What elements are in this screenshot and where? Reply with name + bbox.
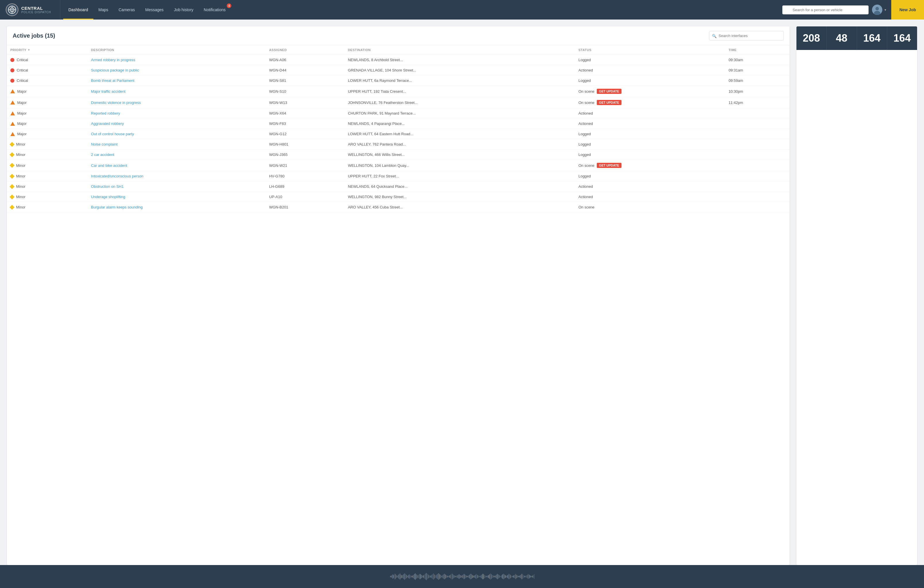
job-description-link[interactable]: Aggravated robbery — [91, 122, 124, 126]
table-row: Major Reported robbery WGN-X64 CHURTON P… — [7, 108, 790, 119]
jobs-table: PRIORITY ▼ DESCRIPTION ASSIGNED DESTINAT… — [7, 45, 790, 212]
job-description-link[interactable]: Intoxicated/unconscious person — [91, 174, 144, 178]
search-jobs-wrapper: 🔍 — [709, 31, 784, 41]
job-description-link[interactable]: Armed robbery in progress — [91, 58, 135, 62]
stats-body — [797, 50, 917, 565]
th-destination: DESTINATION — [345, 45, 575, 55]
job-description-link[interactable]: Underage shoplifting — [91, 195, 125, 199]
description-cell: 2 car accident — [87, 150, 266, 160]
th-time: TIME — [725, 45, 790, 55]
table-row: Major Out of control house party WGN-G12… — [7, 129, 790, 139]
priority-label: Critical — [16, 58, 28, 62]
get-update-button[interactable]: GET UPDATE — [597, 100, 622, 105]
chevron-down-icon: ▼ — [884, 8, 887, 12]
job-description-link[interactable]: Obstruction on SH1 — [91, 184, 124, 189]
priority-label: Minor — [16, 205, 26, 209]
stat-number-3: 164 — [894, 32, 911, 44]
nav-item-maps[interactable]: Maps — [93, 0, 114, 20]
status-cell: Logged — [575, 171, 725, 181]
job-description-link[interactable]: Reported robbery — [91, 111, 120, 115]
table-row: Critical Bomb threat at Parliament WGN-S… — [7, 76, 790, 86]
stat-cell-1: 48 — [827, 26, 857, 50]
time-cell — [725, 192, 790, 202]
priority-cell: Major — [7, 129, 87, 139]
priority-cell: Critical — [7, 65, 87, 76]
job-description-link[interactable]: Car and bike accident — [91, 163, 127, 168]
assigned-cell: HV-G780 — [266, 171, 345, 181]
priority-cell: Minor — [7, 139, 87, 150]
priority-label: Minor — [16, 174, 26, 178]
nav-item-dashboard[interactable]: Dashboard — [63, 0, 93, 20]
sort-icon: ▼ — [28, 49, 30, 51]
job-description-link[interactable]: Suspicious package in public — [91, 68, 139, 72]
nav-item-job-history[interactable]: Job history — [169, 0, 198, 20]
priority-label: Major — [17, 100, 27, 105]
notification-badge: 4 — [227, 3, 231, 8]
description-cell: Armed robbery in progress — [87, 55, 266, 65]
time-cell: 09:30am — [725, 55, 790, 65]
job-description-link[interactable]: Major traffic accident — [91, 89, 125, 94]
description-cell: Bomb threat at Parliament — [87, 76, 266, 86]
destination-cell: LOWER HUTT, 64 Eastern Hutt Road... — [345, 129, 575, 139]
avatar-wrapper[interactable]: ▼ — [872, 5, 887, 15]
job-description-link[interactable]: Bomb threat at Parliament — [91, 78, 134, 83]
search-jobs-input[interactable] — [709, 31, 784, 41]
jobs-panel: Active jobs (15) 🔍 PRIORITY ▼ DESCRIPTIO… — [7, 26, 790, 565]
priority-cell: Minor — [7, 202, 87, 212]
th-assigned: ASSIGNED — [266, 45, 345, 55]
priority-cell: Critical — [7, 55, 87, 65]
table-row: Critical Suspicious package in public WG… — [7, 65, 790, 76]
assigned-cell: WGN-B201 — [266, 202, 345, 212]
description-cell: Noise complaint — [87, 139, 266, 150]
priority-cell: Major — [7, 119, 87, 129]
priority-label: Major — [17, 89, 27, 94]
assigned-cell: WGN-F83 — [266, 119, 345, 129]
destination-cell: NEWLANDS, 64 Quicksand Place... — [345, 181, 575, 192]
waveform-container — [390, 569, 534, 584]
description-cell: Aggravated robbery — [87, 119, 266, 129]
nav-right: 🔍 ▼ — [782, 5, 891, 15]
time-cell — [725, 181, 790, 192]
nav-item-notifications[interactable]: Notifications 4 — [198, 0, 234, 20]
priority-label: Critical — [16, 78, 28, 83]
table-row: Major Domestic violence in progress WGN-… — [7, 97, 790, 108]
get-update-button[interactable]: GET UPDATE — [597, 163, 622, 168]
description-cell: Out of control house party — [87, 129, 266, 139]
priority-cell: Major — [7, 97, 87, 108]
nav-item-cameras[interactable]: Cameras — [114, 0, 140, 20]
th-priority[interactable]: PRIORITY ▼ — [7, 45, 87, 55]
jobs-title: Active jobs (15) — [13, 33, 55, 39]
priority-label: Minor — [16, 184, 26, 189]
th-description: DESCRIPTION — [87, 45, 266, 55]
waveform-bar — [0, 565, 924, 588]
assigned-cell: WGN-W21 — [266, 160, 345, 171]
status-cell: Logged — [575, 55, 725, 65]
destination-cell: UPPER HUTT, 192 Tiata Cresent... — [345, 86, 575, 97]
destination-cell: LOWER HUTT, 6a Raymond Terrace... — [345, 76, 575, 86]
status-cell: On sceneGET UPDATE — [575, 160, 725, 171]
search-input[interactable] — [782, 5, 868, 14]
destination-cell: ARO VALLEY, 762 Pantera Road... — [345, 139, 575, 150]
job-description-link[interactable]: Noise complaint — [91, 142, 118, 147]
job-description-link[interactable]: Burgular alarm keeps sounding — [91, 205, 143, 209]
job-description-link[interactable]: 2 car accident — [91, 152, 114, 157]
status-cell: Logged — [575, 76, 725, 86]
priority-cell: Minor — [7, 160, 87, 171]
search-jobs-icon: 🔍 — [712, 34, 716, 38]
table-row: Critical Armed robbery in progress WGN-A… — [7, 55, 790, 65]
job-description-link[interactable]: Out of control house party — [91, 132, 134, 136]
priority-cell: Critical — [7, 76, 87, 86]
time-cell — [725, 108, 790, 119]
job-description-link[interactable]: Domestic violence in progress — [91, 100, 141, 105]
assigned-cell: WGN-H801 — [266, 139, 345, 150]
assigned-cell: WGN-G12 — [266, 129, 345, 139]
destination-cell: CHURTON PARK, 91 Maynard Terrace... — [345, 108, 575, 119]
get-update-button[interactable]: GET UPDATE — [597, 89, 622, 94]
table-row: Minor 2 car accident WGN-J365 WELLINGTON… — [7, 150, 790, 160]
stat-cell-0: 208 — [797, 26, 827, 50]
table-row: Minor Burgular alarm keeps sounding WGN-… — [7, 202, 790, 212]
table-header-row: PRIORITY ▼ DESCRIPTION ASSIGNED DESTINAT… — [7, 45, 790, 55]
new-job-button[interactable]: New Job — [891, 0, 924, 20]
nav-item-messages[interactable]: Messages — [140, 0, 169, 20]
brand-sub: POLICE DISPATCH — [21, 11, 51, 14]
